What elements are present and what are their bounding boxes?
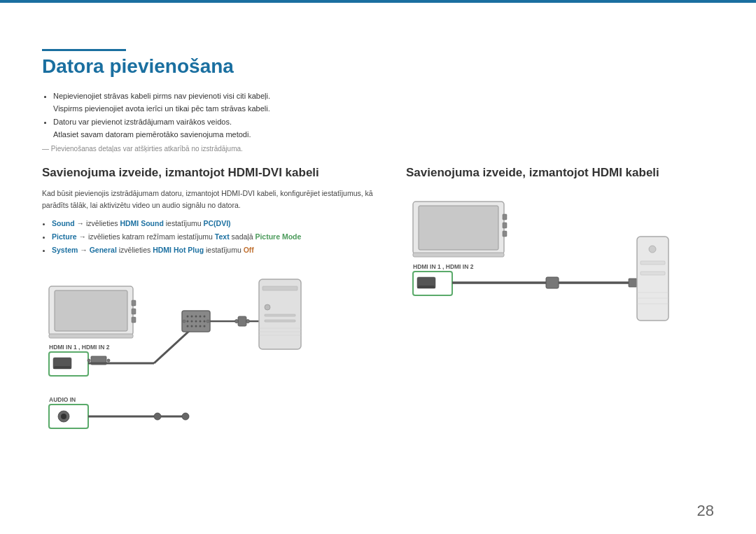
left-section-desc: Kad būsit pievienojis izstrādājumam dato…	[42, 188, 378, 211]
svg-marker-10	[53, 366, 71, 369]
svg-rect-3	[132, 309, 136, 314]
svg-rect-5	[49, 334, 133, 338]
intro-bullet-1: Nepievienojiet strāvas kabeli pirms nav …	[53, 90, 714, 115]
left-bullet-list: Sound → izvēlieties HDMI Sound iestatīju…	[42, 218, 378, 255]
picture-mode-keyword: Picture Mode	[255, 232, 301, 241]
svg-point-37	[204, 325, 206, 328]
svg-rect-57	[413, 253, 504, 257]
left-section-title: Savienojuma izveide, izmantojot HDMI-DVI…	[42, 165, 378, 181]
svg-rect-42	[262, 286, 298, 290]
svg-rect-66	[640, 261, 665, 265]
computer-tower	[259, 279, 301, 349]
right-computer-tower	[637, 237, 668, 321]
svg-point-29	[191, 321, 193, 323]
svg-point-51	[246, 320, 250, 323]
page-container: Datora pievienošana Nepievienojiet strāv…	[0, 0, 756, 534]
svg-point-36	[200, 325, 202, 328]
svg-rect-1	[55, 290, 127, 331]
right-monitor	[413, 202, 507, 257]
hdmi-sound-keyword: HDMI Sound	[120, 219, 163, 227]
svg-point-65	[649, 246, 656, 253]
svg-point-21	[182, 413, 189, 420]
svg-point-38	[183, 320, 186, 323]
left-hdmi-label: HDMI IN 1 , HDMI IN 2	[49, 344, 110, 351]
svg-point-13	[107, 359, 110, 362]
bullet-picture: Picture → izvēlieties katram režīmam ies…	[52, 232, 378, 243]
bullet-system: System → General izvēlieties HDMI Hot Pl…	[52, 245, 378, 256]
picture-keyword: Picture	[52, 232, 77, 241]
svg-rect-67	[640, 272, 665, 275]
sound-keyword: Sound	[52, 219, 75, 227]
right-section-title: Savienojuma izveide, izmantojot HDMI kab…	[406, 165, 742, 181]
left-column: Savienojuma izveide, izmantojot HDMI-DVI…	[42, 165, 378, 482]
sound-arrow: → izvēlieties	[77, 219, 120, 227]
pcdvi-keyword: PC(DVI)	[203, 219, 230, 227]
title-accent-line	[42, 49, 126, 51]
left-diagram-svg: HDMI IN 1 , HDMI IN 2 AUDIO IN	[42, 265, 378, 482]
svg-point-32	[204, 321, 206, 323]
bullet-sound: Sound → izvēlieties HDMI Sound iestatīju…	[52, 218, 378, 230]
svg-rect-49	[238, 316, 246, 326]
svg-point-33	[187, 325, 189, 328]
sound-middle: iestatījumu	[166, 219, 204, 227]
svg-point-31	[200, 321, 202, 323]
intro-bullet-2: Datoru var pievienot izstrādājumam vairā…	[53, 116, 714, 141]
svg-point-35	[195, 325, 197, 328]
svg-point-27	[204, 316, 206, 318]
svg-point-34	[191, 325, 193, 328]
svg-point-26	[200, 316, 202, 318]
svg-point-17	[61, 414, 66, 419]
svg-rect-53	[419, 206, 498, 250]
svg-rect-4	[132, 317, 136, 323]
svg-rect-45	[265, 320, 295, 322]
svg-rect-56	[503, 231, 507, 237]
svg-point-50	[235, 320, 239, 323]
svg-point-24	[191, 316, 193, 318]
system-middle: izvēlieties	[119, 246, 153, 254]
svg-point-30	[195, 321, 197, 323]
page-title: Datora pievienošana	[42, 55, 714, 78]
right-diagram-svg: HDMI IN 1 , HDMI IN 2	[406, 195, 742, 412]
svg-point-23	[187, 316, 189, 318]
svg-rect-55	[503, 223, 507, 228]
svg-point-19	[154, 413, 161, 420]
svg-rect-63	[629, 279, 637, 287]
audio-in-label: AUDIO IN	[49, 396, 76, 403]
right-diagram: HDMI IN 1 , HDMI IN 2	[406, 195, 742, 412]
left-diagram: HDMI IN 1 , HDMI IN 2 AUDIO IN	[42, 265, 378, 482]
svg-point-12	[88, 359, 90, 362]
system-suffix: iestatījumu	[206, 246, 244, 254]
svg-rect-2	[132, 300, 136, 306]
general-keyword: General	[90, 246, 117, 254]
right-column: Savienojuma izveide, izmantojot HDMI kab…	[406, 165, 742, 482]
picture-middle: sadaļā	[232, 232, 255, 241]
system-arrow: →	[80, 246, 89, 254]
svg-marker-59	[417, 286, 435, 288]
intro-bullets: Nepievienojiet strāvas kabeli pirms nav …	[42, 90, 714, 141]
svg-rect-54	[503, 214, 507, 220]
two-columns-layout: Savienojuma izveide, izmantojot HDMI-DVI…	[42, 165, 714, 482]
svg-rect-44	[265, 314, 295, 316]
dvi-connector-left	[182, 311, 210, 332]
svg-rect-61	[546, 277, 559, 288]
svg-point-39	[206, 320, 209, 323]
off-keyword: Off	[244, 246, 254, 254]
text-keyword: Text	[215, 232, 230, 241]
svg-point-43	[265, 304, 270, 310]
svg-point-25	[195, 316, 197, 318]
note-text: Pievienošanas detaļas var atšķirties atk…	[42, 145, 714, 153]
system-keyword: System	[52, 246, 78, 254]
left-monitor	[49, 286, 136, 338]
page-number: 28	[697, 502, 714, 520]
svg-point-28	[187, 321, 189, 323]
hotplug-keyword: HDMI Hot Plug	[153, 246, 204, 254]
top-border-line	[0, 0, 756, 3]
right-hdmi-label: HDMI IN 1 , HDMI IN 2	[413, 263, 474, 270]
picture-arrow: → izvēlieties katram režīmam iestatījumu	[79, 232, 215, 241]
